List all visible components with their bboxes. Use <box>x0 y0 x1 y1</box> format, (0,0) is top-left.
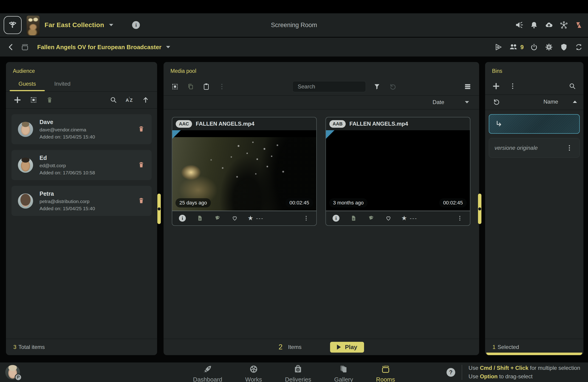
bin-name: versione originale <box>495 145 538 151</box>
preview-play-button[interactable] <box>494 42 503 52</box>
play-button[interactable]: Play <box>330 342 364 353</box>
cloud-upload-button[interactable] <box>544 21 554 30</box>
add-bin-button[interactable] <box>492 82 501 91</box>
shield-icon <box>560 43 568 51</box>
select-all-media-button[interactable] <box>170 82 180 91</box>
bins-sort-label[interactable]: Name <box>544 99 558 105</box>
media-more-actions-button[interactable] <box>217 82 227 91</box>
media-info-button[interactable]: i <box>178 214 187 223</box>
notifications-button[interactable] <box>529 21 539 30</box>
bin-item[interactable]: versione originale <box>489 138 580 158</box>
delete-guests-button[interactable] <box>45 95 54 105</box>
search-guests-button[interactable] <box>109 95 118 105</box>
collection-dropdown-caret[interactable] <box>109 24 113 26</box>
guest-row[interactable]: Dave dave@vendor.cinema Added on: 15/04/… <box>11 114 152 144</box>
remove-guest-button[interactable] <box>137 197 145 205</box>
remove-guest-button[interactable] <box>137 125 145 133</box>
media-tags-button[interactable] <box>366 214 376 223</box>
back-button[interactable] <box>6 42 16 52</box>
filter-funnel-icon <box>373 82 381 91</box>
guest-added-date: Added on: 17/06/25 10:58 <box>40 170 131 175</box>
user-avatar[interactable]: P <box>5 365 20 380</box>
search-bins-button[interactable] <box>568 82 577 91</box>
panel-resize-handle-left[interactable] <box>157 194 161 224</box>
nav-deliveries[interactable]: Deliveries <box>285 364 311 382</box>
media-thumbnail[interactable]: 3 months ago 00:02:45 <box>326 130 470 211</box>
bin-more-button[interactable] <box>565 143 574 152</box>
document-icon <box>350 214 357 222</box>
info-icon[interactable]: i <box>132 21 140 29</box>
participants-count: 9 <box>521 44 524 51</box>
sort-alpha-button[interactable]: A Z <box>125 95 134 105</box>
hint-line-2: Use Option to drag-select <box>469 373 580 380</box>
nav-gallery[interactable]: Gallery <box>334 364 353 382</box>
tab-guests[interactable]: Guests <box>10 78 45 91</box>
guest-list: Dave dave@vendor.cinema Added on: 15/04/… <box>6 109 157 339</box>
audience-title: Audience <box>6 62 157 78</box>
announcements-button[interactable] <box>514 21 524 30</box>
nav-works[interactable]: Works <box>245 364 262 382</box>
media-notes-button[interactable] <box>349 214 358 223</box>
heart-icon <box>231 214 238 222</box>
app-logo-button[interactable] <box>4 16 21 34</box>
security-button[interactable] <box>559 42 568 52</box>
star-icon: ★ <box>401 215 407 221</box>
search-icon <box>109 96 118 104</box>
list-view-button[interactable] <box>463 82 472 91</box>
help-button[interactable]: ? <box>446 368 455 377</box>
select-all-guests-button[interactable] <box>29 95 38 105</box>
resize-handle-dot <box>158 207 161 211</box>
add-guest-button[interactable] <box>13 95 22 105</box>
media-more-button[interactable] <box>455 214 464 223</box>
brand-button[interactable] <box>574 21 583 30</box>
end-session-button[interactable] <box>529 42 539 52</box>
sort-direction-button[interactable] <box>141 95 150 105</box>
media-rating[interactable]: ★ --- <box>248 215 264 221</box>
reset-filters-button[interactable] <box>388 82 397 91</box>
room-dropdown-caret[interactable] <box>166 46 170 48</box>
guest-added-date: Added on: 15/04/25 15:40 <box>40 206 131 211</box>
resize-handle-dot <box>478 207 481 211</box>
media-thumbnail[interactable]: 25 days ago 00:02:45 <box>172 130 316 211</box>
bins-footer: 1 Selected <box>485 339 583 355</box>
filter-button[interactable] <box>372 82 381 91</box>
media-favorite-button[interactable] <box>384 214 393 223</box>
media-rating[interactable]: ★ --- <box>401 215 417 221</box>
tab-invited[interactable]: Invited <box>45 78 80 91</box>
media-card[interactable]: AAC FALLEN ANGELS.mp4 25 days ago 00:02:… <box>172 117 317 226</box>
bins-sort-caret[interactable] <box>573 101 577 103</box>
undo-icon <box>492 97 501 106</box>
nav-rooms[interactable]: Rooms <box>376 364 395 382</box>
collection-name[interactable]: Far East Collection <box>44 21 104 29</box>
info-icon: i <box>333 215 339 222</box>
media-info-button[interactable]: i <box>332 214 341 223</box>
bins-reset-button[interactable] <box>492 97 501 106</box>
kebab-icon <box>217 82 226 91</box>
sync-button[interactable] <box>574 42 583 52</box>
settings-button[interactable] <box>544 42 554 52</box>
room-name[interactable]: Fallen Angels OV for European Broadcaste… <box>37 44 162 51</box>
integrations-button[interactable] <box>559 21 568 30</box>
media-tags-button[interactable] <box>213 214 222 223</box>
media-more-button[interactable] <box>302 214 311 223</box>
participants-button[interactable] <box>509 42 518 52</box>
bins-more-actions-button[interactable] <box>508 82 517 91</box>
nav-label: Gallery <box>334 376 353 382</box>
guest-row[interactable]: Ed ed@ott.corp Added on: 17/06/25 10:58 <box>11 150 152 180</box>
media-favorite-button[interactable] <box>230 214 239 223</box>
select-all-icon <box>29 96 38 104</box>
media-sort-caret[interactable] <box>465 101 469 103</box>
copy-media-button[interactable] <box>186 82 195 91</box>
guest-row[interactable]: Petra petra@distribution.corp Added on: … <box>11 186 152 216</box>
media-sort-label[interactable]: Date <box>433 99 444 106</box>
remove-guest-button[interactable] <box>137 161 145 169</box>
media-search-input[interactable] <box>292 81 366 92</box>
nav-dashboard[interactable]: Dashboard <box>193 364 222 382</box>
media-card[interactable]: AAB FALLEN ANGELS.mp4 3 months ago 00:02… <box>325 117 470 226</box>
panel-resize-handle-right[interactable] <box>478 194 482 224</box>
media-duration-pill: 00:02:45 <box>286 198 313 207</box>
collection-thumbnail[interactable] <box>27 16 40 35</box>
bin-item-selected[interactable] <box>489 114 580 134</box>
paste-media-button[interactable] <box>202 82 211 91</box>
media-notes-button[interactable] <box>195 214 204 223</box>
